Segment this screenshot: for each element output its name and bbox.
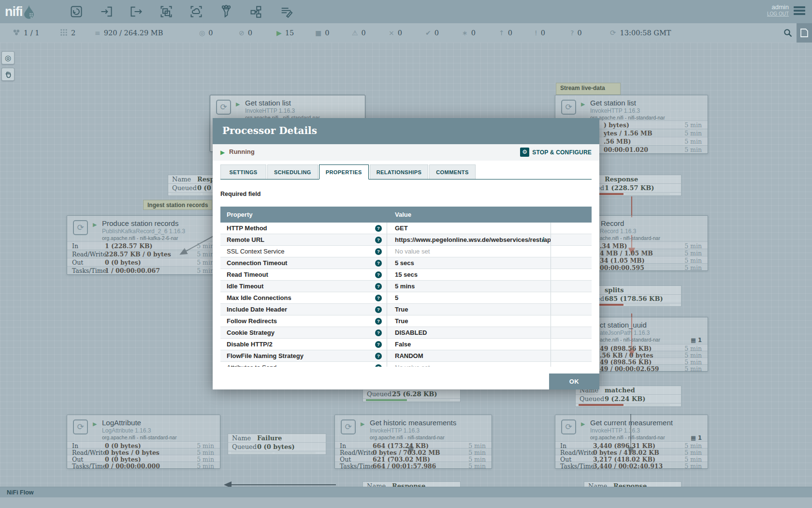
help-icon[interactable]: ? bbox=[375, 318, 382, 325]
search-button[interactable] bbox=[779, 23, 797, 43]
processor-get-current-measurement[interactable]: ⟳▶Get current measurementInvokeHTTP 1.16… bbox=[555, 415, 708, 469]
nifi-app: nifi admin LOG OUT 1 / 12≡920 / 264.29 M… bbox=[0, 0, 812, 508]
property-value[interactable]: True bbox=[387, 304, 551, 315]
ok-button[interactable]: OK bbox=[549, 374, 599, 389]
output-port-tool-button[interactable] bbox=[127, 2, 146, 21]
tab-relationships[interactable]: RELATIONSHIPS bbox=[370, 164, 429, 179]
stop-and-configure-button[interactable]: ⚙ STOP & CONFIGURE bbox=[520, 148, 592, 157]
property-row[interactable]: FlowFile Naming Strategy?RANDOM bbox=[220, 350, 592, 362]
tab-comments[interactable]: COMMENTS bbox=[429, 164, 475, 179]
dialog-titlebar: Processor Details bbox=[213, 118, 599, 144]
property-value[interactable]: RANDOM bbox=[387, 350, 551, 361]
help-icon[interactable]: ? bbox=[375, 271, 382, 278]
connection-label-value: 0 (0 bytes) bbox=[257, 443, 295, 450]
connection-failure[interactable]: NameFailureQueued0 (0 bytes) bbox=[228, 433, 326, 455]
breadcrumb-bar: NiFi Flow bbox=[0, 487, 812, 497]
stat-row: Read/Write0 bytes / 418.02 KB5 min bbox=[555, 448, 708, 455]
property-value[interactable]: 5 mins bbox=[387, 281, 551, 292]
help-icon[interactable]: ? bbox=[375, 353, 382, 359]
help-icon[interactable]: ? bbox=[375, 248, 382, 255]
stale-icon: ↑ bbox=[499, 29, 505, 37]
property-value[interactable]: True bbox=[387, 315, 551, 327]
property-value[interactable]: DISABLED bbox=[387, 327, 551, 338]
pan-tool-button[interactable] bbox=[1, 68, 14, 81]
stat-value: 00:00:01.020 bbox=[604, 146, 648, 153]
stat-row: In3,440 (896.31 KB)5 min bbox=[555, 441, 708, 448]
refresh-status[interactable]: ⟳ 13:00:58 GMT bbox=[610, 23, 671, 43]
logout-link[interactable]: LOG OUT bbox=[767, 11, 789, 17]
property-value[interactable]: GET bbox=[387, 223, 551, 234]
processor-produce-station-records[interactable]: ⟳▶Produce station recordsPublishKafkaRec… bbox=[67, 215, 220, 275]
processor-name: Get station list bbox=[590, 99, 636, 107]
label-icon bbox=[279, 5, 293, 18]
stream-live-data-label[interactable]: Stream live-data bbox=[556, 83, 621, 95]
help-icon[interactable]: ? bbox=[375, 306, 382, 313]
property-row[interactable]: Follow Redirects?True bbox=[220, 315, 592, 327]
ingest-station-records-label[interactable]: Ingest station records bbox=[143, 200, 212, 210]
help-icon[interactable]: ? bbox=[375, 295, 382, 301]
invalid-icon: ⚠ bbox=[352, 29, 358, 37]
property-row[interactable]: Idle Timeout?5 mins bbox=[220, 281, 592, 292]
processor-state-label: Running bbox=[229, 148, 255, 155]
status-count: 0 bbox=[362, 29, 366, 37]
help-icon[interactable]: ? bbox=[375, 225, 382, 232]
tab-scheduling[interactable]: SCHEDULING bbox=[267, 164, 318, 179]
property-row[interactable]: Cookie Strategy?DISABLED bbox=[220, 327, 592, 339]
tab-settings[interactable]: SETTINGS bbox=[220, 164, 266, 179]
help-icon[interactable]: ? bbox=[375, 260, 382, 267]
property-name: Read Timeout? bbox=[220, 269, 387, 280]
stat-window: 5 min bbox=[197, 463, 214, 470]
processor-get-historic-measurements[interactable]: ⟳▶Get historic measurementsInvokeHTTP 1.… bbox=[334, 415, 492, 469]
property-value[interactable]: https://www.pegelonline.wsv.de/webservic… bbox=[387, 234, 551, 245]
tab-properties[interactable]: PROPERTIES bbox=[319, 164, 369, 179]
value-column-header: Value bbox=[387, 207, 551, 223]
stat-row: Tasks/Time3,440 / 00:02:40.9135 min bbox=[555, 462, 708, 468]
breadcrumb[interactable]: NiFi Flow bbox=[7, 489, 34, 496]
help-icon[interactable]: ? bbox=[375, 237, 382, 243]
status-item-not-transmitting: ⊘0 bbox=[239, 23, 252, 43]
required-field-note: Required field bbox=[220, 191, 261, 197]
locate-tool-button[interactable]: ◎ bbox=[1, 51, 14, 64]
remote-process-group-tool-button[interactable] bbox=[187, 2, 206, 21]
stat-row: Out0 (0 bytes)5 min bbox=[67, 455, 220, 462]
help-icon[interactable]: ? bbox=[375, 283, 382, 290]
global-menu-icon[interactable] bbox=[794, 6, 805, 16]
stat-window: 5 min bbox=[684, 130, 702, 137]
refresh-icon: ⟳ bbox=[610, 29, 616, 37]
property-row[interactable]: Include Date Header?True bbox=[220, 304, 592, 315]
property-value[interactable]: No value set bbox=[387, 246, 551, 257]
property-row[interactable]: HTTP Method?GET bbox=[220, 223, 592, 234]
connection-label-value: matched bbox=[605, 387, 635, 394]
stopped-icon: ■ bbox=[315, 29, 321, 37]
property-row[interactable]: Disable HTTP/2?False bbox=[220, 339, 592, 350]
process-group-tool-button[interactable] bbox=[157, 2, 176, 21]
stat-label: Tasks/Time bbox=[72, 463, 106, 470]
funnel-tool-button[interactable] bbox=[217, 2, 236, 21]
property-value[interactable]: No value set bbox=[387, 362, 551, 367]
info-icon[interactable]: i bbox=[541, 234, 544, 245]
property-value[interactable]: False bbox=[387, 339, 551, 350]
property-value[interactable]: 15 secs bbox=[387, 269, 551, 280]
connection-label-key: Queued bbox=[580, 395, 605, 403]
bulletin-panel-button[interactable] bbox=[797, 23, 812, 43]
property-row[interactable]: Attributes to Send?No value set bbox=[220, 362, 592, 367]
template-tool-button[interactable] bbox=[246, 2, 266, 21]
property-row[interactable]: Connection Timeout?5 secs bbox=[220, 257, 592, 269]
property-value[interactable]: 5 bbox=[387, 292, 551, 303]
help-icon[interactable]: ? bbox=[375, 364, 382, 367]
label-tool-button[interactable] bbox=[276, 2, 296, 21]
property-row[interactable]: Read Timeout?15 secs bbox=[220, 269, 592, 281]
property-row[interactable]: Max Idle Connections?5 bbox=[220, 292, 592, 304]
processor-tool-button[interactable] bbox=[67, 2, 86, 21]
processor-bundle: org.apache.nifi - nifi-standard-nar bbox=[102, 434, 177, 440]
processor-logattribute[interactable]: ⟳▶LogAttributeLogAttribute 1.16.3org.apa… bbox=[67, 415, 220, 469]
input-port-tool-button[interactable] bbox=[97, 2, 116, 21]
help-icon[interactable]: ? bbox=[375, 329, 382, 336]
help-icon[interactable]: ? bbox=[375, 341, 382, 348]
property-row[interactable]: SSL Context Service?No value set bbox=[220, 246, 592, 257]
property-value[interactable]: 5 secs bbox=[387, 257, 551, 269]
property-row[interactable]: Remote URL?https://www.pegelonline.wsv.d… bbox=[220, 234, 592, 246]
dialog-tabs: SETTINGSSCHEDULINGPROPERTIESRELATIONSHIP… bbox=[220, 164, 592, 179]
connection-label-row: Queued0 (0 bytes) bbox=[228, 443, 326, 451]
processor-icon: ⟳ bbox=[341, 419, 356, 434]
